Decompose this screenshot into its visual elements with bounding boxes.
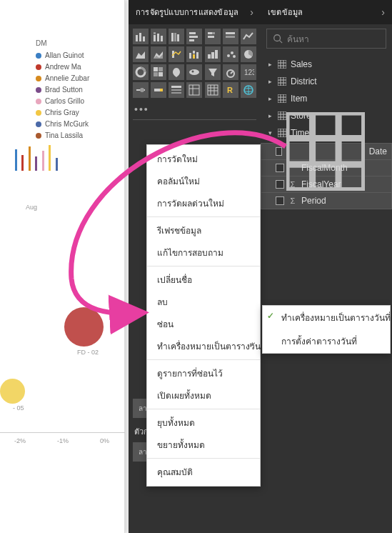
svg-rect-14	[212, 32, 215, 34]
checkbox[interactable]	[276, 180, 284, 189]
viz-type-icon[interactable]	[169, 64, 184, 80]
legend-item[interactable]: Chris Gray	[36, 109, 136, 116]
ctx-item[interactable]: การวัดใหม่	[147, 148, 260, 170]
viz-type-icon[interactable]	[133, 29, 149, 44]
more-visuals-button[interactable]: •••	[129, 102, 261, 119]
viz-type-icon[interactable]	[186, 46, 202, 62]
viz-type-icon[interactable]	[151, 82, 166, 98]
svg-point-41	[140, 88, 144, 92]
legend-item[interactable]: Allan Guinot	[36, 51, 136, 59]
svg-rect-31	[154, 67, 158, 71]
submenu-mark-as-date[interactable]: ✓ ทำเครื่องหมายเป็นตารางวันที่	[263, 306, 390, 329]
legend-item[interactable]: Brad Sutton	[36, 86, 136, 94]
svg-rect-2	[143, 36, 145, 41]
viz-type-icon[interactable]	[169, 46, 184, 62]
viz-type-icon[interactable]	[205, 29, 221, 44]
table-item[interactable]: ▸Item	[261, 90, 392, 107]
legend-item[interactable]: Chris McGurk	[36, 120, 136, 128]
viz-type-icon[interactable]	[151, 64, 166, 80]
viz-type-icon[interactable]: 123	[241, 64, 256, 80]
checkbox[interactable]	[276, 164, 284, 172]
viz-type-icon[interactable]	[151, 29, 166, 44]
legend-item[interactable]: Andrew Ma	[36, 63, 136, 71]
ctx-mark-as-date[interactable]: ทำเครื่องหมายเป็นตารางวันที่	[147, 335, 260, 357]
viz-type-icon[interactable]	[223, 64, 238, 80]
legend-item[interactable]: Carlos Grillo	[36, 97, 136, 105]
svg-rect-20	[193, 51, 195, 54]
viz-type-icon[interactable]	[205, 64, 221, 80]
viz-type-icon[interactable]	[241, 46, 256, 62]
svg-rect-8	[174, 33, 176, 41]
checkbox[interactable]	[276, 147, 282, 156]
legend-dot-icon	[36, 99, 41, 104]
legend-item[interactable]: Tina Lassila	[36, 131, 136, 139]
svg-line-38	[231, 71, 233, 74]
legend-dot-icon	[36, 53, 41, 59]
svg-rect-66	[278, 77, 286, 86]
svg-rect-45	[171, 89, 181, 91]
ctx-item[interactable]: ยุบทั้งหมด	[147, 412, 260, 434]
svg-rect-71	[278, 94, 286, 103]
table-icon	[278, 129, 286, 137]
sigma-icon: Σ	[288, 196, 297, 205]
svg-rect-23	[208, 54, 211, 59]
ctx-item[interactable]: แก้ไขการสอบถาม	[147, 241, 260, 264]
svg-rect-3	[154, 35, 156, 41]
svg-point-59	[274, 35, 281, 41]
ctx-item[interactable]: คุณสมบัติ	[147, 461, 260, 483]
svg-rect-34	[159, 72, 163, 76]
field-date[interactable]: Date	[261, 143, 392, 160]
svg-point-26	[227, 54, 230, 57]
svg-text:R: R	[227, 86, 233, 94]
ctx-item[interactable]: การวัดผลด่วนใหม่	[147, 192, 260, 214]
table-district[interactable]: ▸District	[261, 73, 392, 90]
ctx-item[interactable]: ซ่อน	[147, 313, 260, 335]
expand-icon: ▾	[266, 129, 273, 136]
ctx-item[interactable]: เปิดเผยทั้งหมด	[147, 384, 260, 407]
search-icon	[273, 34, 283, 44]
viz-type-icon[interactable]	[186, 29, 202, 44]
viz-type-icon[interactable]	[169, 82, 184, 98]
legend-dot-icon	[36, 133, 41, 139]
viz-type-icon[interactable]	[223, 29, 238, 44]
expand-icon: ▸	[266, 61, 273, 68]
check-icon: ✓	[267, 311, 274, 321]
ctx-item[interactable]: ขยายทั้งหมด	[147, 434, 260, 456]
viz-type-icon[interactable]	[241, 82, 256, 98]
checkbox[interactable]	[276, 196, 284, 205]
field-period[interactable]: ΣPeriod	[261, 192, 392, 209]
ctx-item[interactable]: ลบ	[147, 291, 260, 313]
fields-header[interactable]: เขตข้อมูล ›	[261, 0, 392, 24]
ctx-item[interactable]: ดูรายการที่ซ่อนไว้	[147, 362, 260, 384]
report-canvas: DM Allan GuinotAndrew MaAnnelie ZubarBra…	[0, 0, 125, 533]
scatter-chart: FD - 02 - 05 -2% -1% 0%	[0, 236, 125, 450]
svg-rect-22	[196, 52, 198, 59]
svg-text:123: 123	[244, 69, 254, 76]
search-input[interactable]: ค้นหา	[266, 29, 386, 49]
viz-type-icon[interactable]	[241, 29, 256, 44]
viz-type-icon[interactable]	[186, 82, 202, 98]
viz-type-icon[interactable]	[223, 46, 238, 62]
viz-type-icon[interactable]	[205, 46, 221, 62]
ctx-item[interactable]: รีเฟรชข้อมูล	[147, 219, 260, 241]
viz-type-icon[interactable]	[133, 64, 149, 80]
viz-type-icon[interactable]	[133, 46, 149, 62]
table-icon	[278, 60, 286, 69]
viz-type-icon[interactable]	[186, 64, 202, 80]
submenu-date-settings[interactable]: การตั้งค่าตารางวันที่	[263, 329, 390, 353]
viz-type-icon[interactable]	[133, 82, 149, 98]
svg-point-36	[192, 71, 194, 73]
legend-item[interactable]: Annelie Zubar	[36, 74, 136, 82]
viz-type-icon[interactable]	[169, 29, 184, 44]
svg-point-27	[231, 51, 233, 54]
viz-type-icon[interactable]	[151, 46, 166, 62]
table-sales[interactable]: ▸Sales	[261, 56, 392, 73]
viz-type-icon[interactable]: R	[223, 82, 238, 98]
svg-rect-13	[208, 32, 212, 34]
viz-type-icon[interactable]	[205, 82, 221, 98]
visualizations-header[interactable]: การจัดรูปแบบการแสดงข้อมูล ›	[129, 0, 261, 24]
ctx-item[interactable]: คอลัมน์ใหม่	[147, 170, 260, 192]
ctx-item[interactable]: เปลี่ยนชื่อ	[147, 269, 260, 291]
svg-rect-61	[278, 60, 286, 69]
svg-rect-81	[278, 129, 286, 137]
